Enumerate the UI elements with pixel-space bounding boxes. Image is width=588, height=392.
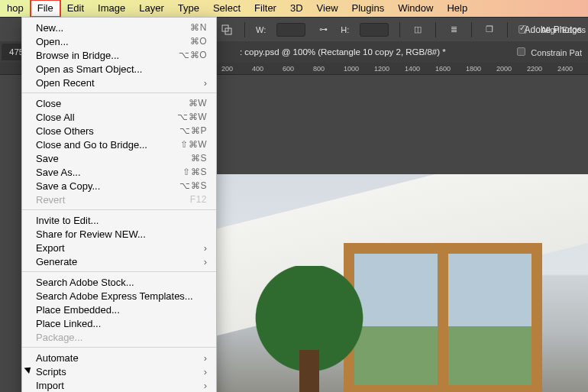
menu-item-label: Invite to Edit...	[36, 215, 99, 226]
menu-item-export[interactable]: Export	[22, 241, 216, 254]
ruler-tick: 2200	[525, 65, 556, 73]
ruler-tick: 1200	[373, 65, 403, 73]
menu-item-close-others[interactable]: Close Others⌥⌘P	[22, 124, 216, 138]
ruler-tick: 1000	[342, 65, 373, 73]
menu-help[interactable]: Help	[440, 0, 474, 17]
menu-item-place-linked[interactable]: Place Linked...	[22, 316, 216, 330]
constrain-checkbox[interactable]	[517, 47, 525, 56]
menu-item-label: Package...	[36, 332, 82, 343]
menu-item-revert: RevertF12	[22, 193, 216, 206]
ruler-tick: 1600	[434, 65, 464, 73]
menu-item-shortcut: ⇧⌘S	[183, 167, 207, 177]
menu-item-shortcut: ⌘O	[190, 36, 207, 47]
menu-item-label: Search Adobe Stock...	[36, 277, 134, 288]
menu-item-label: Close All	[36, 112, 75, 123]
menu-item-label: Place Embedded...	[36, 304, 120, 316]
menu-edit[interactable]: Edit	[60, 0, 91, 17]
menu-item-shortcut: F12	[190, 194, 207, 205]
menu-item-open[interactable]: Open...⌘O	[22, 34, 216, 48]
link-wh-icon[interactable]: ⊶	[316, 23, 330, 37]
shape-combine-icon[interactable]: ◫	[411, 23, 425, 37]
ruler-tick: 1800	[464, 65, 495, 73]
menu-item-label: Import	[36, 380, 64, 391]
menu-item-label: Save	[36, 153, 59, 164]
menu-item-label: Open as Smart Object...	[36, 63, 142, 75]
menu-item-label: Open...	[36, 36, 69, 47]
menu-item-shortcut: ⌥⌘S	[179, 180, 207, 191]
menu-view[interactable]: View	[310, 0, 345, 17]
menu-item-label: Close	[36, 98, 61, 109]
menu-item-scripts[interactable]: Scripts	[22, 364, 216, 378]
menu-item-automate[interactable]: Automate	[22, 351, 216, 364]
menu-filter[interactable]: Filter	[247, 0, 283, 17]
menu-item-label: Close and Go to Bridge...	[36, 139, 147, 151]
menu-item-shortcut: ⌘W	[189, 98, 207, 109]
menu-item-shortcut: ⌥⌘W	[177, 112, 207, 122]
menu-separator	[22, 347, 216, 348]
menu-separator	[22, 92, 216, 93]
height-field[interactable]	[360, 23, 389, 37]
path-ops-icon[interactable]	[220, 23, 234, 37]
photo-plant	[252, 266, 367, 392]
file-menu-dropdown: New...⌘NOpen...⌘OBrowse in Bridge...⌥⌘OO…	[21, 17, 217, 392]
menu-item-shortcut: ⌥⌘O	[179, 50, 207, 60]
height-label: H:	[341, 25, 349, 34]
document-title: : copy.psd @ 100% (Rectangle 10 copy 2, …	[240, 47, 446, 57]
menu-3d[interactable]: 3D	[283, 0, 310, 17]
menu-item-save[interactable]: Save⌘S	[22, 151, 216, 165]
menu-item-open-recent[interactable]: Open Recent	[22, 76, 216, 89]
menu-item-shortcut: ⌘S	[191, 153, 207, 164]
menu-item-generate[interactable]: Generate	[22, 254, 216, 268]
menu-item-close-all[interactable]: Close All⌥⌘W	[22, 110, 216, 124]
ruler-tick: 400	[250, 65, 281, 73]
align-icon[interactable]: ≣	[447, 23, 460, 37]
menu-separator	[22, 271, 216, 272]
menu-plugins[interactable]: Plugins	[345, 0, 392, 17]
menu-item-label: Generate	[36, 256, 77, 267]
menu-item-label: Open Recent	[36, 77, 95, 89]
menu-item-label: Export	[36, 242, 65, 254]
menu-item-place-embedded[interactable]: Place Embedded...	[22, 303, 216, 316]
menu-item-new[interactable]: New...⌘N	[22, 21, 216, 34]
menu-item-label: Share for Review NEW...	[36, 228, 146, 240]
menu-separator	[22, 209, 216, 210]
menu-item-search-adobe-express-templates[interactable]: Search Adobe Express Templates...	[22, 289, 216, 303]
menu-item-package: Package...	[22, 330, 216, 344]
menu-item-save-as[interactable]: Save As...⇧⌘S	[22, 165, 216, 179]
menu-item-save-a-copy[interactable]: Save a Copy...⌥⌘S	[22, 179, 216, 193]
ruler-tick: 2400	[556, 65, 586, 73]
ruler-tick: 2000	[495, 65, 525, 73]
menu-item-label: Search Adobe Express Templates...	[36, 290, 193, 302]
menu-window[interactable]: Window	[391, 0, 440, 17]
width-field[interactable]	[276, 23, 305, 37]
menu-image[interactable]: Image	[91, 0, 132, 17]
menu-item-close[interactable]: Close⌘W	[22, 96, 216, 110]
menu-item-share-for-review-new[interactable]: Share for Review NEW...	[22, 227, 216, 241]
ruler-tick: 600	[281, 65, 312, 73]
menu-item-label: New...	[36, 22, 63, 34]
menu-select[interactable]: Select	[206, 0, 247, 17]
menu-file[interactable]: File	[31, 0, 60, 17]
menu-item-open-as-smart-object[interactable]: Open as Smart Object...	[22, 62, 216, 76]
menu-item-label: Save a Copy...	[36, 180, 100, 192]
menu-item-shortcut: ⇧⌘W	[180, 139, 207, 150]
app-menu-partial[interactable]: hop	[0, 0, 31, 17]
menu-type[interactable]: Type	[171, 0, 206, 17]
menu-item-close-and-go-to-bridge[interactable]: Close and Go to Bridge...⇧⌘W	[22, 138, 216, 151]
constrain-label: Constrain Pat	[531, 48, 582, 57]
menu-item-import[interactable]: Import	[22, 378, 216, 392]
menu-layer[interactable]: Layer	[132, 0, 171, 17]
menu-item-label: Browse in Bridge...	[36, 50, 119, 61]
ruler-tick: 200	[220, 65, 250, 73]
menu-item-label: Place Linked...	[36, 318, 101, 329]
menu-item-invite-to-edit[interactable]: Invite to Edit...	[22, 213, 216, 227]
menu-item-shortcut: ⌥⌘P	[179, 125, 207, 136]
menu-item-browse-in-bridge[interactable]: Browse in Bridge...⌥⌘O	[22, 48, 216, 62]
arrange-icon[interactable]: ❐	[483, 23, 496, 37]
app-title-partial: Adobe Photos	[525, 18, 582, 42]
menu-item-label: Revert	[36, 194, 65, 206]
menu-item-search-adobe-stock[interactable]: Search Adobe Stock...	[22, 275, 216, 289]
photo-door	[344, 243, 542, 392]
menu-bar: hop File Edit Image Layer Type Select Fi…	[0, 0, 588, 17]
ruler-tick: 1400	[403, 65, 434, 73]
